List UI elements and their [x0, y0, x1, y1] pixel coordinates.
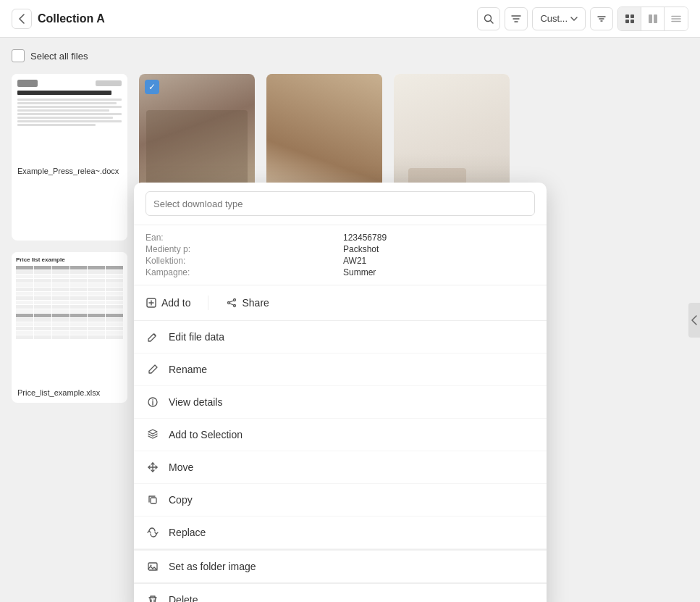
pencil-icon	[146, 362, 160, 377]
menu-item-label: Copy	[169, 494, 193, 506]
move-icon	[146, 460, 160, 475]
back-button[interactable]	[12, 9, 32, 29]
file-card[interactable]: Example_Press_relea~.docx	[12, 74, 127, 241]
sidebar-toggle[interactable]	[688, 303, 700, 338]
select-all-label: Select all files	[30, 51, 88, 62]
menu-item-rename[interactable]: Rename	[134, 354, 547, 386]
share-button[interactable]: Share	[226, 297, 269, 309]
sort-button[interactable]	[590, 7, 613, 30]
menu-item-view-details[interactable]: View details	[134, 386, 547, 419]
menu-item-move[interactable]: Move	[134, 451, 547, 484]
menu-item-delete[interactable]: Delete	[134, 584, 547, 602]
select-all-row: Select all files	[12, 49, 688, 62]
menu-item-set-folder-image[interactable]: Set as folder image	[134, 549, 547, 584]
trash-icon	[146, 593, 160, 602]
collection-value: AW21	[343, 256, 535, 266]
menu-item-replace[interactable]: Replace	[134, 517, 547, 549]
menu-item-label: Set as folder image	[169, 561, 256, 572]
content-area: Select all files Example_Press_relea~.d	[0, 38, 700, 602]
search-button[interactable]	[477, 7, 500, 30]
share-label: Share	[242, 297, 269, 309]
view-toggle	[617, 7, 688, 31]
add-to-label: Add to	[161, 297, 190, 309]
menu-item-copy[interactable]: Copy	[134, 484, 547, 517]
svg-rect-3	[625, 20, 629, 23]
file-thumbnail	[12, 74, 127, 161]
campaign-label: Kampagne:	[146, 267, 337, 277]
replace-icon	[146, 525, 160, 540]
mediatype-label: Medienty p:	[146, 244, 337, 254]
svg-point-18	[151, 565, 152, 567]
menu-item-label: Edit file data	[169, 331, 224, 343]
svg-rect-2	[631, 14, 634, 18]
action-header: Add to Share	[134, 285, 547, 321]
filter-button[interactable]	[505, 7, 528, 30]
edit-icon	[146, 330, 160, 344]
svg-rect-1	[625, 14, 629, 18]
svg-point-15	[152, 399, 153, 401]
svg-rect-5	[649, 14, 652, 23]
custom-dropdown[interactable]: Cust...	[532, 7, 586, 30]
menu-item-edit-file-data[interactable]: Edit file data	[134, 321, 547, 354]
custom-label: Cust...	[540, 13, 568, 24]
add-to-button[interactable]: Add to	[146, 297, 190, 309]
view-list-button[interactable]	[665, 7, 688, 30]
view-grid-dense-button[interactable]	[618, 7, 641, 30]
copy-icon	[146, 493, 160, 507]
svg-rect-16	[151, 498, 156, 503]
menu-item-label: Rename	[169, 364, 207, 375]
file-card[interactable]: Price list example	[12, 252, 127, 403]
select-all-checkbox[interactable]	[12, 49, 25, 62]
menu-item-label: Delete	[169, 594, 198, 602]
ean-label: Ean:	[146, 233, 337, 243]
mediatype-value: Packshot	[343, 244, 535, 254]
download-type-input[interactable]	[146, 191, 535, 216]
campaign-value: Summer	[343, 267, 535, 277]
collection-label: Kollektion:	[146, 256, 337, 266]
menu-item-add-to-selection[interactable]: Add to Selection	[134, 419, 547, 451]
menu-item-label: View details	[169, 396, 222, 408]
download-row	[134, 183, 547, 225]
menu-item-label: Replace	[169, 527, 206, 538]
header-actions: Cust...	[477, 7, 688, 31]
menu-item-label: Add to Selection	[169, 429, 243, 440]
svg-rect-4	[631, 20, 634, 23]
page-title: Collection A	[38, 12, 471, 25]
view-grid-button[interactable]	[641, 7, 665, 30]
image-icon	[146, 559, 160, 574]
selected-checkmark: ✓	[145, 80, 159, 94]
file-name: Price_list_example.xlsx	[12, 382, 127, 403]
context-panel: Ean: 123456789 Medienty p: Packshot Koll…	[134, 183, 547, 602]
file-thumbnail: Price list example	[12, 252, 127, 382]
ean-value: 123456789	[343, 233, 535, 243]
info-icon	[146, 395, 160, 409]
header: Collection A Cust...	[0, 0, 700, 38]
svg-rect-6	[654, 14, 657, 23]
layers-icon	[146, 427, 160, 442]
file-name: Example_Press_relea~.docx	[12, 161, 127, 181]
menu-item-label: Move	[169, 461, 193, 473]
